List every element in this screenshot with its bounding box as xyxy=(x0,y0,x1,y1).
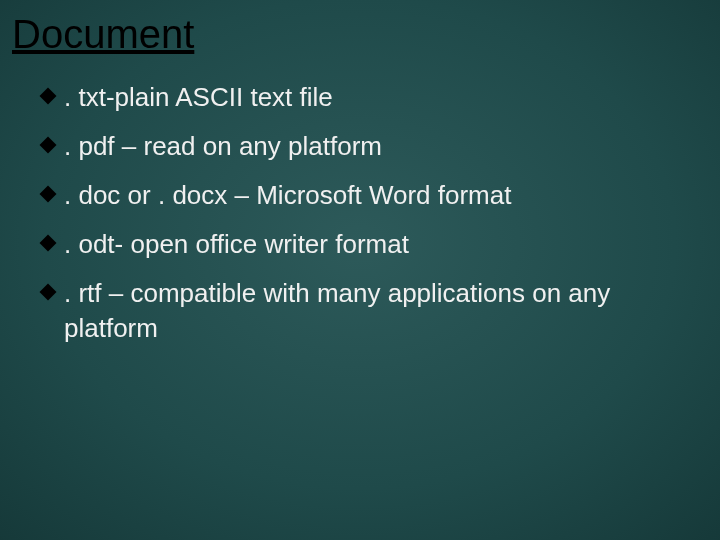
bullet-diamond-icon xyxy=(40,137,57,154)
list-item: . pdf – read on any platform xyxy=(42,129,660,164)
list-item: . odt- open office writer format xyxy=(42,227,660,262)
list-item-text: . rtf – compatible with many application… xyxy=(64,276,660,346)
list-item: . doc or . docx – Microsoft Word format xyxy=(42,178,660,213)
list-item-text: . txt-plain ASCII text file xyxy=(64,80,333,115)
bullet-diamond-icon xyxy=(40,235,57,252)
bullet-diamond-icon xyxy=(40,88,57,105)
bullet-diamond-icon xyxy=(40,186,57,203)
bullet-diamond-icon xyxy=(40,284,57,301)
slide-title: Document xyxy=(12,12,194,57)
list-item: . rtf – compatible with many application… xyxy=(42,276,660,346)
list-item-text: . odt- open office writer format xyxy=(64,227,409,262)
bullet-list: . txt-plain ASCII text file . pdf – read… xyxy=(42,80,660,361)
list-item-text: . doc or . docx – Microsoft Word format xyxy=(64,178,511,213)
list-item: . txt-plain ASCII text file xyxy=(42,80,660,115)
list-item-text: . pdf – read on any platform xyxy=(64,129,382,164)
